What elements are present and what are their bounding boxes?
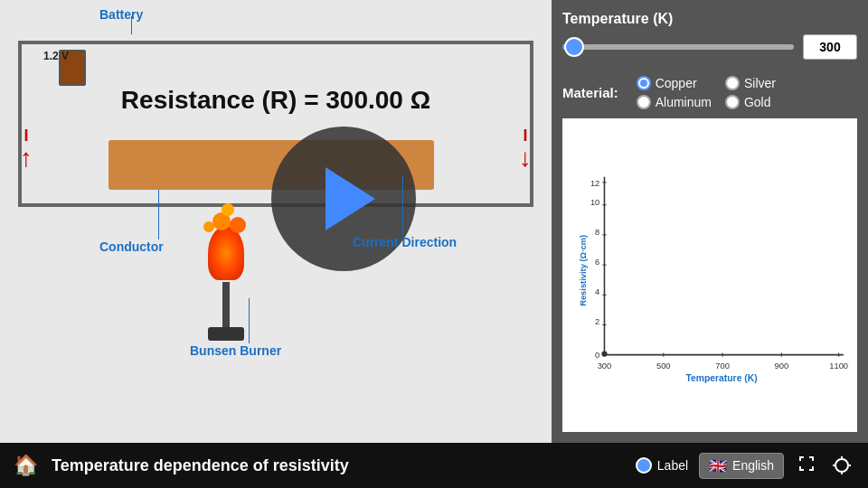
material-silver[interactable]: Silver — [725, 76, 800, 90]
settings-icon — [833, 456, 851, 474]
flame-bubble-3 — [230, 217, 246, 233]
svg-text:Temperature (K): Temperature (K) — [685, 373, 757, 383]
play-button[interactable] — [271, 127, 416, 271]
svg-text:1100: 1100 — [829, 361, 848, 371]
silver-radio[interactable] — [725, 76, 740, 90]
bottom-bar: 🏠 Temperature dependence of resistivity … — [0, 443, 868, 488]
svg-text:8: 8 — [595, 228, 599, 237]
label-circle-icon — [636, 457, 652, 474]
conductor-label: Conductor — [99, 239, 164, 254]
svg-text:0: 0 — [595, 351, 599, 360]
sim-panel: Battery 1.2 V Resistance (R) = 300.00 Ω … — [0, 0, 552, 443]
silver-label: Silver — [744, 76, 776, 90]
temperature-section-title: Temperature (K) — [562, 11, 857, 27]
wire-top — [18, 41, 533, 44]
flame — [199, 208, 253, 280]
svg-point-29 — [835, 459, 848, 472]
svg-text:Resistivity (Ω·cm): Resistivity (Ω·cm) — [579, 235, 588, 306]
current-up-arrow: ↑ — [20, 145, 33, 171]
svg-point-28 — [601, 351, 607, 356]
current-left-label: I — [24, 127, 28, 145]
battery-connector-line — [131, 16, 132, 34]
svg-text:2: 2 — [595, 317, 599, 326]
aluminum-radio[interactable] — [637, 95, 651, 109]
fullscreen-icon — [798, 455, 815, 472]
flame-bubble-2 — [222, 203, 234, 216]
temperature-section: Temperature (K) 300 — [562, 11, 857, 67]
gold-label: Gold — [744, 95, 771, 109]
burner-base — [208, 327, 244, 341]
copper-radio[interactable] — [637, 76, 651, 90]
wire-left — [18, 41, 22, 207]
svg-text:300: 300 — [598, 361, 612, 371]
current-direction-label: Current Direction — [353, 235, 457, 249]
svg-text:12: 12 — [590, 179, 599, 188]
burner-stand — [222, 282, 230, 327]
svg-text:700: 700 — [715, 361, 730, 371]
temperature-slider-row: 300 — [562, 34, 857, 60]
bunsen-label: Bunsen Burner — [190, 343, 281, 358]
label-text: Label — [657, 458, 688, 473]
battery-label: Battery — [99, 7, 143, 22]
material-radio-group: Copper Silver Aluminum Gold — [637, 76, 801, 109]
svg-text:10: 10 — [590, 198, 599, 207]
current-down-arrow: ↓ — [519, 145, 532, 171]
material-aluminum[interactable]: Aluminum — [637, 95, 712, 109]
svg-text:500: 500 — [656, 361, 671, 371]
content-area: Battery 1.2 V Resistance (R) = 300.00 Ω … — [0, 0, 868, 443]
current-direction-line — [402, 176, 403, 235]
material-label: Material: — [562, 85, 618, 100]
temperature-input[interactable]: 300 — [803, 34, 857, 60]
main-container: Battery 1.2 V Resistance (R) = 300.00 Ω … — [0, 0, 868, 488]
language-label: English — [732, 458, 774, 473]
fullscreen-button[interactable] — [795, 452, 818, 480]
copper-label: Copper — [656, 76, 697, 90]
svg-text:900: 900 — [775, 361, 789, 371]
material-section: Material: Copper Silver — [562, 76, 857, 109]
bunsen-burner — [199, 208, 253, 341]
bunsen-connector-line — [249, 298, 250, 343]
material-copper[interactable]: Copper — [637, 76, 712, 90]
label-button[interactable]: Label — [636, 457, 688, 474]
temperature-slider-track[interactable] — [562, 44, 794, 50]
material-gold[interactable]: Gold — [725, 95, 800, 109]
settings-button[interactable] — [829, 453, 854, 478]
resistance-display: Resistance (R) = 300.00 Ω — [0, 86, 552, 115]
aluminum-label: Aluminum — [656, 95, 712, 109]
material-row: Material: Copper Silver — [562, 76, 857, 109]
home-button[interactable]: 🏠 — [14, 454, 38, 477]
bottom-title: Temperature dependence of resistivity — [52, 456, 622, 475]
current-right: I ↓ — [519, 127, 532, 171]
gold-radio[interactable] — [725, 95, 740, 109]
language-button[interactable]: 🇬🇧 English — [699, 453, 784, 479]
control-panel: Temperature (K) 300 Material: — [552, 0, 868, 443]
svg-text:6: 6 — [595, 258, 599, 267]
current-right-label: I — [523, 127, 527, 145]
svg-text:4: 4 — [595, 287, 599, 296]
battery-voltage: 1.2 V — [43, 50, 69, 62]
flame-bubble-4 — [203, 221, 214, 232]
wire-right — [530, 41, 533, 207]
play-triangle-icon — [326, 167, 375, 230]
slider-thumb[interactable] — [564, 37, 584, 57]
bottom-right-controls: Label 🇬🇧 English — [636, 452, 854, 480]
chart-container: 0 2 4 6 8 10 12 300 — [562, 118, 857, 432]
copper-radio-dot — [640, 80, 647, 87]
conductor-connector-line — [158, 190, 159, 239]
resistivity-chart: 0 2 4 6 8 10 12 300 — [567, 127, 848, 423]
current-left: I ↑ — [20, 127, 33, 171]
flag-icon: 🇬🇧 — [709, 457, 727, 474]
flame-main — [208, 226, 244, 280]
